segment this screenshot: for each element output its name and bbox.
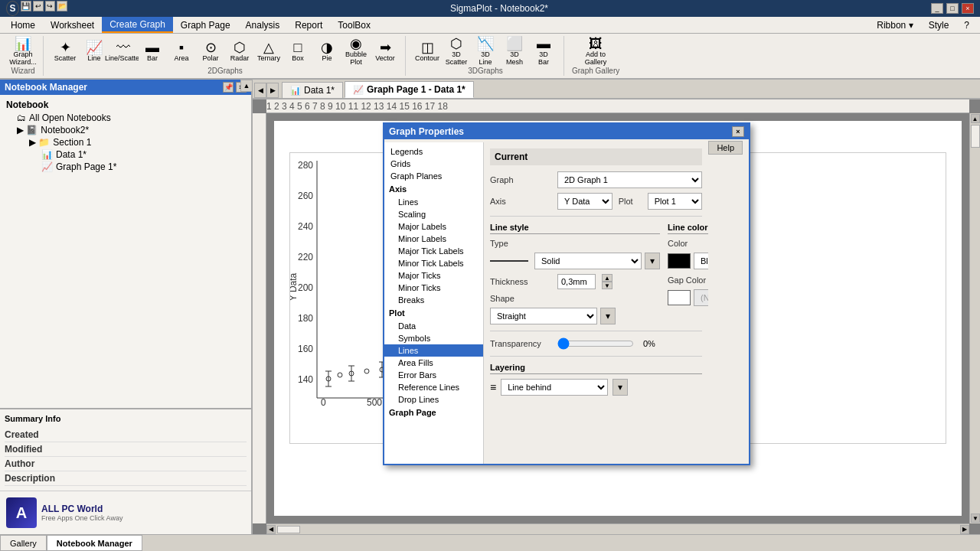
tree-section1[interactable]: ▶ 📁 Section 1: [28, 136, 248, 148]
3d-mesh-btn[interactable]: ⬜3DMesh: [501, 37, 528, 65]
layering-select[interactable]: Line behind: [501, 379, 608, 396]
nav-axis-lines[interactable]: Lines: [384, 196, 483, 208]
scroll-vertical[interactable]: ▲ ▼: [969, 113, 980, 523]
line-type-select[interactable]: Solid: [534, 253, 642, 269]
graph-wizard-btn[interactable]: 📊 GraphWizard...: [9, 37, 37, 65]
notebook-pin-btn[interactable]: 📌: [223, 82, 234, 93]
scroll-h-right[interactable]: ▶: [960, 525, 969, 534]
menu-report[interactable]: Report: [287, 17, 330, 33]
nav-breaks[interactable]: Breaks: [384, 294, 483, 306]
nav-graph-planes[interactable]: Graph Planes: [384, 170, 483, 182]
tree-data1[interactable]: 📊 Data 1*: [40, 148, 248, 161]
thickness-up[interactable]: ▲: [602, 274, 612, 282]
bubble-btn[interactable]: ◉BubblePlot: [342, 37, 370, 65]
menu-help[interactable]: ?: [956, 17, 977, 33]
menu-toolbox[interactable]: ToolBox: [330, 17, 378, 33]
line-style-panel: Line style Type Solid ▾: [490, 223, 660, 324]
shape-dd-arrow[interactable]: ▾: [600, 308, 616, 324]
type-dd-arrow[interactable]: ▾: [645, 253, 660, 269]
menu-ribbon[interactable]: Ribbon ▾: [869, 17, 920, 33]
bar-btn[interactable]: ▬Bar: [139, 37, 166, 65]
menu-create-graph[interactable]: Create Graph: [102, 17, 173, 33]
nav-minor-tick-labels[interactable]: Minor Tick Labels: [384, 257, 483, 269]
tab-nav-left[interactable]: ◀: [254, 83, 266, 98]
minimize-btn[interactable]: _: [931, 3, 943, 14]
nav-major-labels[interactable]: Major Labels: [384, 220, 483, 233]
graph-select[interactable]: 2D Graph 1: [557, 171, 702, 188]
nav-symbols[interactable]: Symbols: [384, 332, 483, 344]
close-btn[interactable]: ×: [962, 3, 974, 14]
3d-scatter-btn[interactable]: ⬡3DScatter: [443, 37, 470, 65]
nav-error-bars[interactable]: Error Bars: [384, 369, 483, 381]
pie-btn[interactable]: ◑Pie: [313, 37, 341, 65]
quick-save-btn[interactable]: 💾: [21, 1, 31, 11]
nav-minor-labels[interactable]: Minor Labels: [384, 233, 483, 245]
thickness-down[interactable]: ▼: [602, 282, 612, 289]
line-btn[interactable]: 📈Line: [80, 37, 108, 65]
ternary-btn[interactable]: △Ternary: [255, 37, 283, 65]
nav-up-btn[interactable]: ▲: [240, 80, 253, 92]
help-button[interactable]: Help: [708, 141, 743, 155]
gap-color-swatch[interactable]: [668, 290, 691, 305]
nav-grids[interactable]: Grids: [384, 158, 483, 170]
quick-open-btn[interactable]: 📂: [57, 1, 67, 11]
plot-select[interactable]: Plot 1: [648, 193, 703, 210]
layer-dd-arrow[interactable]: ▾: [612, 379, 628, 396]
3d-bar-btn[interactable]: ▬3DBar: [530, 37, 557, 65]
color-swatch[interactable]: [668, 253, 691, 269]
menu-worksheet[interactable]: Worksheet: [43, 17, 102, 33]
nav-major-ticks[interactable]: Major Ticks: [384, 269, 483, 282]
scroll-h-thumb[interactable]: [277, 526, 300, 533]
3d-line-btn[interactable]: 📉3DLine: [472, 37, 499, 65]
scroll-h-left[interactable]: ◀: [266, 525, 276, 534]
menu-analysis[interactable]: Analysis: [238, 17, 288, 33]
scroll-v-up[interactable]: ▲: [971, 114, 980, 123]
shape-select[interactable]: Straight: [490, 308, 597, 324]
gallery-tab[interactable]: Gallery: [0, 535, 47, 551]
summary-author-value: [69, 458, 247, 469]
add-to-gallery-btn[interactable]: 🖼Add toGallery: [582, 37, 609, 65]
scroll-v-thumb[interactable]: [971, 125, 980, 148]
scroll-horizontal[interactable]: ◀ ▶: [266, 523, 969, 534]
transparency-slider[interactable]: [557, 337, 634, 350]
color-select[interactable]: Black: [694, 253, 708, 269]
nav-reference-lines[interactable]: Reference Lines: [384, 381, 483, 393]
dialog-close-btn[interactable]: ×: [732, 126, 744, 137]
tab-data1[interactable]: 📊 Data 1*: [282, 82, 343, 98]
quick-undo-btn[interactable]: ↩: [33, 1, 44, 11]
scroll-v-down[interactable]: ▼: [971, 514, 980, 523]
nav-area-fills[interactable]: Area Fills: [384, 357, 483, 369]
graph-wizard-icon: 📊: [15, 37, 31, 51]
menu-home[interactable]: Home: [3, 17, 43, 33]
nav-minor-ticks[interactable]: Minor Ticks: [384, 282, 483, 294]
box-btn[interactable]: □Box: [284, 37, 312, 65]
nav-legends[interactable]: Legends: [384, 145, 483, 158]
area-btn[interactable]: ▪Area: [168, 37, 195, 65]
vector-btn[interactable]: ➡Vector: [371, 37, 399, 65]
nav-major-tick-labels[interactable]: Major Tick Labels: [384, 245, 483, 257]
nav-drop-lines[interactable]: Drop Lines: [384, 393, 483, 406]
notebook-manager-tab[interactable]: Notebook Manager: [47, 535, 142, 551]
tree-graphpage1[interactable]: 📈 Graph Page 1*: [40, 161, 248, 173]
svg-point-24: [364, 369, 369, 373]
gap-color-select[interactable]: (None): [694, 289, 708, 306]
polar-btn[interactable]: ⊙Polar: [197, 37, 224, 65]
quick-redo-btn[interactable]: ↪: [45, 1, 56, 11]
axis-select[interactable]: Y Data: [557, 193, 612, 210]
nav-plot-data[interactable]: Data: [384, 320, 483, 332]
scatter-btn[interactable]: ✦Scatter: [51, 37, 79, 65]
tab-graphpage1[interactable]: 📈 Graph Page 1 - Data 1*: [345, 81, 474, 98]
thickness-input[interactable]: [557, 274, 596, 289]
menu-graph-page[interactable]: Graph Page: [173, 17, 238, 33]
radar-btn[interactable]: ⬡Radar: [226, 37, 253, 65]
shape-label: Shape: [490, 294, 551, 303]
nav-lines-selected[interactable]: Lines: [384, 344, 483, 357]
tree-all-notebooks[interactable]: 🗂 All Open Notebooks: [15, 112, 248, 124]
nav-scaling[interactable]: Scaling: [384, 208, 483, 220]
restore-btn[interactable]: □: [946, 3, 959, 14]
line-scatter-btn[interactable]: 〰Line/Scatter: [109, 37, 137, 65]
tree-notebook2[interactable]: ▶ 📓 Notebook2*: [15, 124, 248, 136]
contour-btn[interactable]: ◫Contour: [413, 37, 441, 65]
menu-style[interactable]: Style: [921, 17, 957, 33]
tab-nav-right[interactable]: ▶: [266, 83, 279, 98]
